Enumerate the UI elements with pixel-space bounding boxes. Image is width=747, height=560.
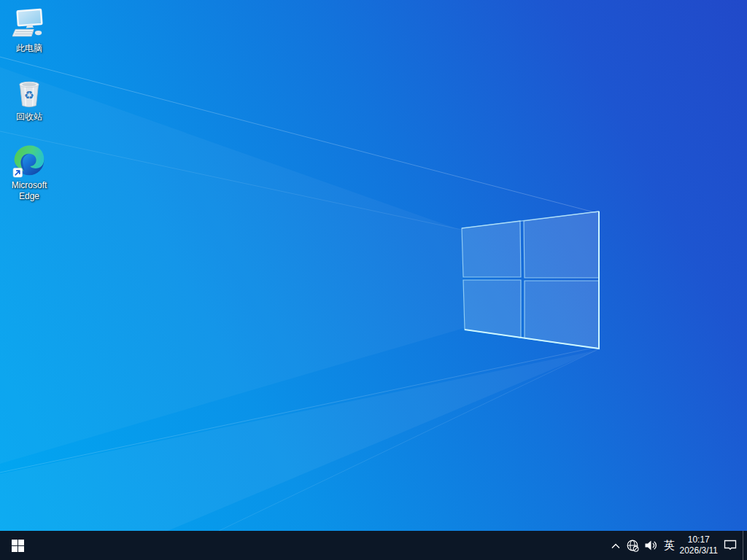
ime-indicator[interactable]: 英 <box>659 531 680 560</box>
svg-text:♻: ♻ <box>24 88 34 102</box>
windows-logo-icon <box>12 540 24 552</box>
hidden-icons-button[interactable] <box>607 531 624 560</box>
desktop-icon-microsoft-edge[interactable]: Microsoft Edge <box>1 143 58 203</box>
clock[interactable]: 10:17 2026/3/11 <box>680 531 719 560</box>
desktop-icon-label: 此电脑 <box>16 43 42 54</box>
recycle-bin-icon: ♻ <box>12 76 46 109</box>
action-center-icon <box>724 540 737 551</box>
microsoft-edge-icon <box>12 144 46 178</box>
start-button[interactable] <box>0 531 35 560</box>
desktop-icon-label: Microsoft Edge <box>4 180 55 202</box>
globe-no-internet-icon <box>626 539 640 553</box>
desktop-icon-this-pc[interactable]: 此电脑 <box>1 6 58 55</box>
windows-logo-wallpaper <box>462 211 599 349</box>
clock-time: 10:17 <box>688 534 710 545</box>
taskbar-empty-area <box>35 531 607 560</box>
wallpaper-light-rays <box>0 0 747 531</box>
show-desktop-button[interactable] <box>743 531 747 560</box>
shortcut-arrow-badge <box>13 168 23 177</box>
volume-button[interactable] <box>642 531 659 560</box>
system-tray: 英 10:17 2026/3/11 <box>607 531 747 560</box>
ime-language-label: 英 <box>664 531 675 560</box>
taskbar: 英 10:17 2026/3/11 <box>0 531 747 560</box>
this-pc-icon <box>12 7 46 41</box>
speaker-icon <box>644 539 657 552</box>
windows-desktop: 此电脑 ♻ 回收站 <box>0 0 747 560</box>
desktop-wallpaper <box>0 0 747 560</box>
clock-date: 2026/3/11 <box>680 545 719 556</box>
desktop-icon-label: 回收站 <box>16 112 42 122</box>
desktop-icon-recycle-bin[interactable]: ♻ 回收站 <box>1 74 58 124</box>
chevron-up-icon <box>611 542 621 550</box>
action-center-button[interactable] <box>718 531 743 560</box>
network-button[interactable] <box>624 531 642 560</box>
